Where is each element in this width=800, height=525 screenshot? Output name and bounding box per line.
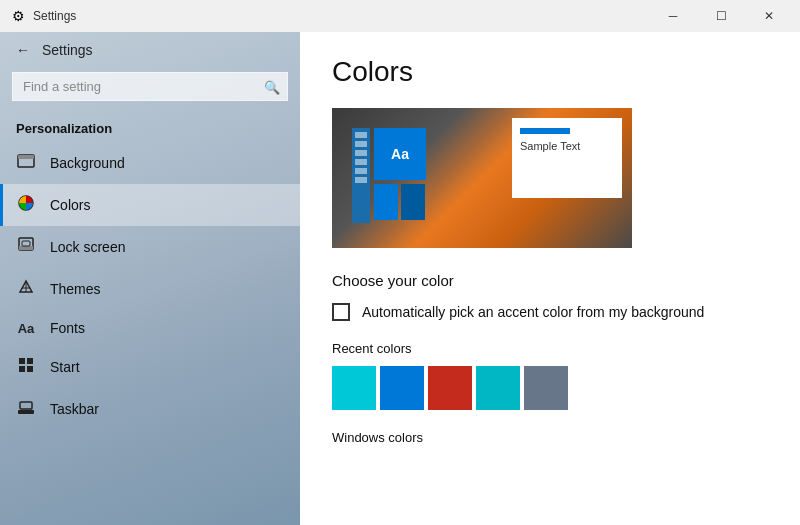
- sidebar-item-start[interactable]: Start: [0, 346, 300, 388]
- svg-rect-8: [19, 358, 25, 364]
- recent-colors-label: Recent colors: [332, 341, 768, 356]
- color-preview: Aa Sample Text: [332, 108, 632, 248]
- maximize-button[interactable]: ☐: [698, 0, 744, 32]
- close-button[interactable]: ✕: [746, 0, 792, 32]
- svg-rect-1: [18, 155, 34, 159]
- preview-blue-area: Aa: [352, 128, 452, 223]
- sidebar-item-lock-screen-label: Lock screen: [50, 239, 125, 255]
- svg-rect-5: [22, 241, 30, 246]
- title-bar-title: Settings: [33, 9, 76, 23]
- preview-left-bar: [352, 128, 370, 223]
- sidebar-item-themes-label: Themes: [50, 281, 101, 297]
- small-tile-2: [401, 184, 425, 220]
- settings-logo-icon: ⚙: [12, 8, 25, 24]
- bar-line-4: [355, 159, 367, 165]
- auto-accent-label: Automatically pick an accent color from …: [362, 304, 704, 320]
- sidebar-item-themes[interactable]: Themes: [0, 268, 300, 310]
- bar-line-5: [355, 168, 367, 174]
- choose-color-heading: Choose your color: [332, 272, 768, 289]
- search-input[interactable]: [12, 72, 288, 101]
- sidebar-back-button[interactable]: ← Settings: [0, 32, 300, 68]
- sidebar-item-start-label: Start: [50, 359, 80, 375]
- auto-accent-row: Automatically pick an accent color from …: [332, 303, 768, 321]
- start-icon: [16, 356, 36, 378]
- taskbar-icon: [16, 398, 36, 420]
- preview-aa-tile: Aa: [374, 128, 426, 180]
- svg-rect-13: [20, 402, 32, 409]
- sidebar-item-background[interactable]: Background: [0, 142, 300, 184]
- title-bar-left: ⚙ Settings: [12, 8, 76, 24]
- sidebar-app-title: Settings: [42, 42, 93, 58]
- bar-line-3: [355, 150, 367, 156]
- sidebar-item-colors[interactable]: Colors: [0, 184, 300, 226]
- content-area: Colors Aa: [300, 32, 800, 525]
- search-icon: 🔍: [264, 79, 280, 94]
- svg-rect-10: [19, 366, 25, 372]
- bar-line-2: [355, 141, 367, 147]
- themes-icon: [16, 278, 36, 300]
- minimize-button[interactable]: ─: [650, 0, 696, 32]
- title-bar-controls: ─ ☐ ✕: [650, 0, 792, 32]
- svg-rect-11: [27, 366, 33, 372]
- sidebar: ← Settings 🔍 Personalization Background: [0, 32, 300, 525]
- colors-icon: [16, 194, 36, 216]
- small-tile-1: [374, 184, 398, 220]
- back-arrow-icon: ←: [16, 42, 30, 58]
- sidebar-section-title: Personalization: [0, 113, 300, 142]
- recent-color-swatch-teal[interactable]: [476, 366, 520, 410]
- sidebar-item-fonts[interactable]: Aa Fonts: [0, 310, 300, 346]
- recent-color-swatch-red[interactable]: [428, 366, 472, 410]
- sidebar-item-background-label: Background: [50, 155, 125, 171]
- sidebar-item-fonts-label: Fonts: [50, 320, 85, 336]
- preview-small-tiles: [374, 184, 425, 220]
- sidebar-item-lock-screen[interactable]: Lock screen: [0, 226, 300, 268]
- preview-white-panel: Sample Text: [512, 118, 622, 198]
- windows-colors-label: Windows colors: [332, 430, 768, 445]
- sidebar-item-taskbar-label: Taskbar: [50, 401, 99, 417]
- bar-line-1: [355, 132, 367, 138]
- recent-color-swatch-blue[interactable]: [380, 366, 424, 410]
- bar-line-6: [355, 177, 367, 183]
- title-bar: ⚙ Settings ─ ☐ ✕: [0, 0, 800, 32]
- auto-accent-checkbox[interactable]: [332, 303, 350, 321]
- recent-color-swatch-cyan[interactable]: [332, 366, 376, 410]
- recent-color-swatch-gray[interactable]: [524, 366, 568, 410]
- svg-rect-4: [19, 246, 33, 250]
- recent-colors-swatches: [332, 366, 768, 410]
- sidebar-item-colors-label: Colors: [50, 197, 90, 213]
- preview-panel-bar: [520, 128, 570, 134]
- preview-sample-text: Sample Text: [520, 140, 622, 152]
- background-icon: [16, 152, 36, 174]
- page-title: Colors: [332, 56, 768, 88]
- svg-rect-9: [27, 358, 33, 364]
- fonts-icon: Aa: [16, 321, 36, 336]
- sidebar-item-taskbar[interactable]: Taskbar: [0, 388, 300, 430]
- app-body: ← Settings 🔍 Personalization Background: [0, 32, 800, 525]
- svg-rect-12: [18, 410, 34, 414]
- lock-screen-icon: [16, 236, 36, 258]
- search-box[interactable]: 🔍: [12, 72, 288, 101]
